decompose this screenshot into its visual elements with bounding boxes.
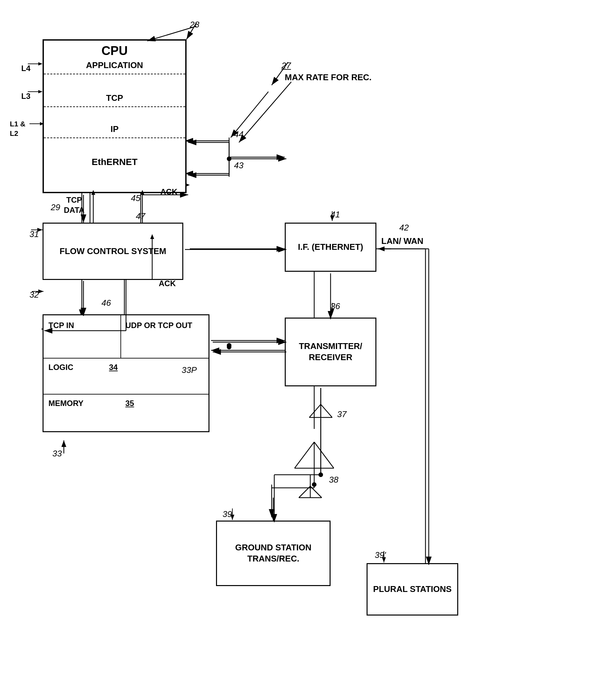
- if-ethernet-label: I.F. (ETHERNET): [298, 242, 363, 253]
- ground-station-box: GROUND STATION TRANS/REC.: [216, 521, 331, 586]
- ref-33p: 33P: [182, 365, 197, 375]
- svg-line-34: [314, 442, 334, 468]
- ref-29: 29: [51, 202, 60, 212]
- tcp-label: TCP: [44, 93, 185, 107]
- ip-label: IP: [44, 124, 185, 138]
- antenna-38-svg: [297, 475, 323, 501]
- flow-control-label: FLOW CONTROL SYSTEM: [60, 246, 166, 257]
- ref-44: 44: [234, 129, 243, 139]
- diagram: 28 CPU APPLICATION TCP IP EthERNET L4 L3…: [0, 0, 614, 700]
- svg-line-69: [321, 404, 332, 417]
- ground-antenna: [297, 475, 323, 502]
- svg-marker-51: [40, 122, 44, 125]
- plural-stations-box: PLURAL STATIONS: [367, 563, 458, 615]
- ref-43: 43: [234, 160, 243, 171]
- arrow-36: [329, 301, 342, 319]
- transmitter-down-line: [319, 419, 322, 478]
- svg-point-43: [227, 343, 231, 348]
- svg-line-67: [309, 404, 321, 417]
- memory-label: MEMORY: [49, 399, 84, 408]
- transmitter-box: TRANSMITTER/ RECEIVER: [285, 317, 376, 386]
- logic-ref: 34: [109, 363, 118, 372]
- l1l2-label: L1 &L2: [10, 120, 26, 138]
- tcp-in-label: TCP IN: [49, 320, 74, 330]
- svg-line-32: [295, 442, 314, 468]
- if-ethernet-box: I.F. (ETHERNET): [285, 223, 376, 272]
- cpu-box: CPU APPLICATION TCP IP EthERNET: [42, 39, 187, 193]
- cpu-title: CPU: [44, 44, 185, 58]
- udp-tcp-out-label: UDP OR TCP OUT: [125, 320, 192, 330]
- ref-45: 45: [131, 193, 140, 203]
- svg-marker-47: [38, 62, 42, 65]
- l1l2-arrow: [29, 121, 46, 127]
- svg-marker-49: [38, 90, 42, 93]
- ground-arrow: [272, 498, 275, 522]
- ack-upper-label: ACK: [161, 187, 177, 197]
- plural-stations-label: PLURAL STATIONS: [373, 584, 452, 595]
- transmitter-antenna: [308, 388, 334, 422]
- logic-label: LOGIC: [49, 363, 73, 372]
- svg-point-25: [227, 343, 231, 348]
- lan-wan-arrow: [376, 246, 393, 252]
- arrow-41: [329, 210, 342, 224]
- ack-lower-label: ACK: [159, 278, 176, 288]
- svg-line-74: [310, 486, 322, 498]
- arrow-32: [32, 288, 47, 295]
- svg-point-105: [227, 345, 231, 349]
- tcp-data-label: TCPDATA: [64, 195, 85, 215]
- l4-arrow: [28, 61, 44, 67]
- transmitter-label: TRANSMITTER/ RECEIVER: [286, 341, 375, 363]
- ref-38: 38: [329, 475, 338, 485]
- l3-arrow: [28, 88, 44, 95]
- svg-point-90: [227, 157, 231, 161]
- memory-ref: 35: [125, 399, 134, 408]
- arrow-39p: [381, 549, 394, 566]
- ground-station-label: GROUND STATION TRANS/REC.: [217, 542, 330, 564]
- max-rate-label: MAX RATE FOR REC.: [285, 72, 371, 83]
- antenna-37-svg: [308, 388, 334, 421]
- arrow-39: [229, 507, 242, 523]
- ref-37: 37: [337, 409, 347, 420]
- ref-42: 42: [399, 223, 409, 233]
- lan-wan-label: LAN/ WAN: [381, 236, 423, 247]
- ref-47: 47: [136, 211, 145, 221]
- ethernet-label: EthERNET: [44, 157, 185, 167]
- flow-control-box: FLOW CONTROL SYSTEM: [42, 223, 183, 280]
- arrow-31: [31, 227, 46, 233]
- application-label: APPLICATION: [44, 59, 185, 74]
- ref-46: 46: [101, 298, 111, 308]
- svg-line-44: [187, 23, 196, 39]
- arrow-33: [61, 439, 77, 455]
- svg-line-72: [299, 486, 310, 498]
